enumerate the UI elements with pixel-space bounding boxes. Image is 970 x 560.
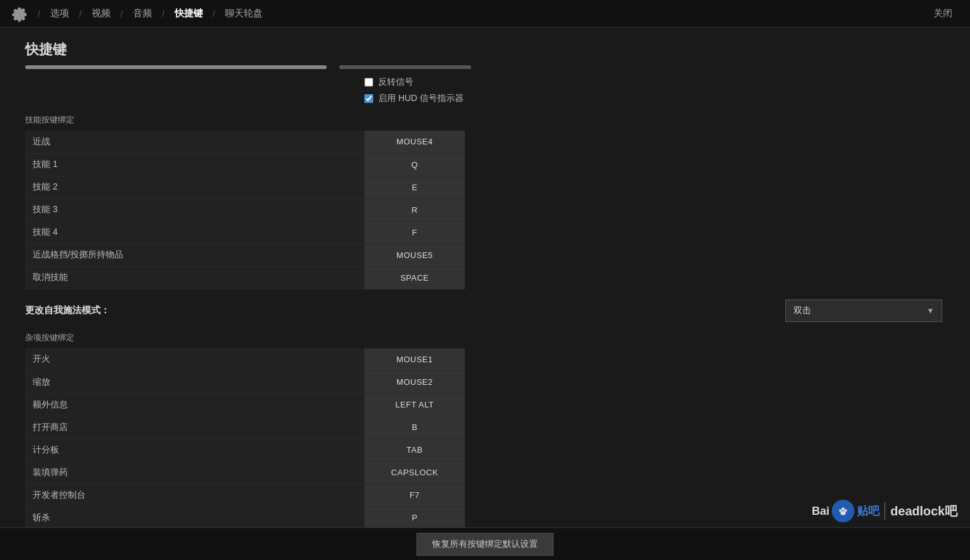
binding-label: 额外信息 bbox=[25, 394, 364, 416]
invert-signal-row: 反转信号 bbox=[364, 77, 942, 88]
nav-sep-4: / bbox=[162, 9, 165, 19]
misc-section-heading: 杂项按键绑定 bbox=[25, 332, 942, 343]
key-binding-cell[interactable]: F bbox=[364, 221, 465, 244]
hud-signal-label[interactable]: 启用 HUD 信号指示器 bbox=[378, 93, 464, 104]
binding-label: 斩杀 bbox=[25, 507, 364, 529]
bottom-bar: 恢复所有按键绑定默认设置 bbox=[0, 527, 970, 560]
key-binding-cell[interactable]: MOUSE2 bbox=[364, 371, 465, 394]
scroll-track-right bbox=[339, 65, 471, 69]
nav-sep-1: / bbox=[38, 9, 40, 19]
skill-binding-table: 近战 MOUSE4 技能 1 Q 技能 2 E 技能 3 R 技能 4 F 近战… bbox=[25, 131, 465, 289]
invert-signal-checkbox[interactable] bbox=[364, 78, 373, 87]
nav-item-shortcuts[interactable]: 快捷键 bbox=[170, 5, 208, 22]
watermark: Bai 贴吧 deadlock吧 bbox=[812, 500, 957, 522]
table-row: 开火 MOUSE1 bbox=[25, 348, 465, 371]
key-binding-cell[interactable]: MOUSE4 bbox=[364, 131, 465, 153]
table-row: 取消技能 SPACE bbox=[25, 266, 465, 289]
gear-icon bbox=[10, 5, 28, 23]
svg-point-0 bbox=[842, 507, 845, 510]
table-row: 缩放 MOUSE2 bbox=[25, 371, 465, 394]
binding-label: 打开商店 bbox=[25, 416, 364, 439]
binding-label: 取消技能 bbox=[25, 266, 364, 289]
table-row: 技能 2 E bbox=[25, 176, 465, 198]
table-row: 打开商店 B bbox=[25, 416, 465, 439]
binding-label: 技能 2 bbox=[25, 176, 364, 198]
key-binding-cell[interactable]: F7 bbox=[364, 484, 465, 507]
binding-label: 装填弹药 bbox=[25, 461, 364, 484]
table-row: 技能 3 R bbox=[25, 198, 465, 221]
binding-label: 计分板 bbox=[25, 439, 364, 461]
baidu-suffix: 贴吧 bbox=[857, 503, 880, 519]
key-binding-cell[interactable]: MOUSE1 bbox=[364, 348, 465, 371]
skill-section-heading: 技能按键绑定 bbox=[25, 114, 942, 126]
svg-point-3 bbox=[841, 511, 846, 515]
svg-point-2 bbox=[844, 509, 847, 512]
svg-point-1 bbox=[839, 509, 842, 512]
scroll-area[interactable]: 反转信号 启用 HUD 信号指示器 技能按键绑定 近战 MOUSE4 技能 1 … bbox=[25, 65, 945, 560]
binding-label: 技能 4 bbox=[25, 221, 364, 244]
divider bbox=[885, 502, 885, 520]
hud-signal-checkbox[interactable] bbox=[364, 94, 373, 103]
binding-label: 近战格挡/投掷所持物品 bbox=[25, 244, 364, 266]
baidu-text: Bai bbox=[812, 505, 829, 518]
selfcast-label: 更改自我施法模式： bbox=[25, 304, 364, 316]
deadlock-text: deadlock吧 bbox=[890, 503, 957, 520]
nav-sep-5: / bbox=[213, 9, 215, 19]
nav-item-options[interactable]: 选项 bbox=[45, 5, 74, 22]
scroll-track-left bbox=[25, 65, 327, 69]
selfcast-value: 双击 bbox=[793, 305, 811, 316]
nav-item-chatwheel[interactable]: 聊天轮盘 bbox=[220, 5, 268, 22]
nav-item-audio[interactable]: 音频 bbox=[128, 5, 157, 22]
table-row: 近战格挡/投掷所持物品 MOUSE5 bbox=[25, 244, 465, 266]
binding-label: 缩放 bbox=[25, 371, 364, 394]
invert-signal-label[interactable]: 反转信号 bbox=[378, 77, 413, 88]
page-title: 快捷键 bbox=[25, 40, 945, 59]
nav-item-video[interactable]: 视频 bbox=[87, 5, 116, 22]
binding-label: 开发者控制台 bbox=[25, 484, 364, 507]
baidu-paw-icon bbox=[832, 500, 854, 522]
key-binding-cell[interactable]: CAPSLOCK bbox=[364, 461, 465, 484]
key-binding-cell[interactable]: E bbox=[364, 176, 465, 198]
reset-button[interactable]: 恢复所有按键绑定默认设置 bbox=[417, 533, 553, 556]
table-row: 开发者控制台 F7 bbox=[25, 484, 465, 507]
binding-label: 开火 bbox=[25, 348, 364, 371]
table-row: 技能 4 F bbox=[25, 221, 465, 244]
table-row: 额外信息 LEFT ALT bbox=[25, 394, 465, 416]
hud-signal-row: 启用 HUD 信号指示器 bbox=[364, 93, 942, 104]
key-binding-cell[interactable]: R bbox=[364, 198, 465, 221]
selfcast-dropdown[interactable]: 双击 ▼ bbox=[785, 299, 942, 322]
key-binding-cell[interactable]: MOUSE5 bbox=[364, 244, 465, 266]
main-content: 快捷键 反转信号 启用 HUD 信号指示器 技能按键绑定 近战 MOUSE4 技… bbox=[0, 28, 970, 560]
selfcast-row: 更改自我施法模式： 双击 ▼ bbox=[25, 299, 942, 322]
chevron-down-icon: ▼ bbox=[927, 306, 934, 315]
scroll-indicator bbox=[25, 65, 942, 69]
table-row: 计分板 TAB bbox=[25, 439, 465, 461]
table-row: 近战 MOUSE4 bbox=[25, 131, 465, 153]
baidu-logo: Bai 贴吧 bbox=[812, 500, 880, 522]
table-row: 技能 1 Q bbox=[25, 153, 465, 176]
key-binding-cell[interactable]: LEFT ALT bbox=[364, 394, 465, 416]
key-binding-cell[interactable]: Q bbox=[364, 153, 465, 176]
binding-label: 技能 3 bbox=[25, 198, 364, 221]
key-binding-cell[interactable]: TAB bbox=[364, 439, 465, 461]
close-button[interactable]: 关闭 bbox=[926, 5, 960, 22]
nav-sep-2: / bbox=[79, 9, 82, 19]
binding-label: 技能 1 bbox=[25, 153, 364, 176]
key-binding-cell[interactable]: P bbox=[364, 507, 465, 529]
binding-label: 近战 bbox=[25, 131, 364, 153]
table-row: 装填弹药 CAPSLOCK bbox=[25, 461, 465, 484]
nav-sep-3: / bbox=[121, 9, 123, 19]
key-binding-cell[interactable]: SPACE bbox=[364, 266, 465, 289]
top-nav: / 选项 / 视频 / 音频 / 快捷键 / 聊天轮盘 关闭 bbox=[0, 0, 970, 28]
misc-binding-table: 开火 MOUSE1 缩放 MOUSE2 额外信息 LEFT ALT 打开商店 B… bbox=[25, 348, 465, 530]
key-binding-cell[interactable]: B bbox=[364, 416, 465, 439]
table-row: 斩杀 P bbox=[25, 507, 465, 529]
